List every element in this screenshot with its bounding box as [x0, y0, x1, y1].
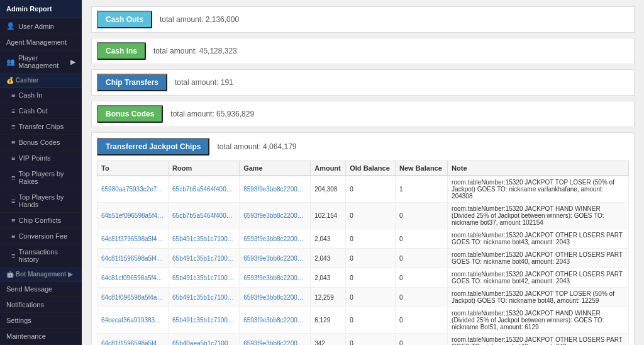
table-row: 64c81f1596598a5f4ad2053365b491c35b1c7100… [97, 249, 629, 268]
sidebar-item-transactions-history[interactable]: ≡ Transactions history [0, 244, 82, 268]
sidebar-item-notifications[interactable]: Notifications [0, 297, 82, 313]
col-game: Game [240, 161, 311, 176]
sidebar-item-cash-out[interactable]: ≡ Cash Out [0, 103, 82, 119]
cell-to: 64c81cf096598a5f4ad202bb [97, 268, 169, 288]
sidebar-item-agent-management[interactable]: Agent Management [0, 35, 82, 50]
cell-old_balance: 0 [346, 307, 396, 334]
table-row: 64b51ef096598a5f4ad2056365cb7b5a5464f400… [97, 203, 629, 229]
cell-to: 64c81f1596598a5f4ad20533 [97, 249, 169, 268]
sidebar-item-settings[interactable]: Settings [0, 313, 82, 329]
bonus-codes-amount: total amount: 65,936,829 [170, 110, 254, 118]
cell-new_balance: 0 [395, 268, 447, 288]
cell-new_balance: 0 [395, 307, 447, 334]
jackpot-chips-button[interactable]: Transferred Jackpot Chips [97, 138, 209, 156]
sidebar: Admin Report 👤 User Admin Agent Manageme… [0, 0, 82, 345]
table-row: 64c81f1596598a5f4ad2053365b40aea5b1c7100… [97, 334, 629, 346]
list-icon9: ≡ [11, 232, 15, 240]
cell-to: 64b51ef096598a5f4ad20563 [97, 203, 169, 229]
chip-transfers-section: Chip Transfers total amount: 191 [91, 69, 635, 96]
sidebar-item-transfer-chips[interactable]: ≡ Transfer Chips [0, 119, 82, 135]
cash-ins-section: Cash Ins total amount: 45,128,323 [91, 38, 635, 64]
cell-note: room.tableNumber:15320 JACKPOT HAND WINN… [448, 203, 629, 229]
table-row: 64c81f096598a5f4ad205b265b491c35b1c71001… [97, 288, 629, 307]
cell-new_balance: 0 [395, 334, 447, 346]
cell-room: 65b491c35b1c7100138a6d40 [169, 288, 240, 307]
list-icon4: ≡ [11, 139, 15, 146]
cashier-icon: 💰 [6, 77, 14, 84]
cell-room: 65b491c35b1c7100138a6d40 [169, 268, 240, 288]
jackpot-table: To Room Game Amount Old Balance New Bala… [97, 161, 629, 345]
main-content: Cash Outs total amount: 2,136,000 Cash I… [82, 0, 644, 345]
bot-icon: 🤖 [6, 271, 14, 278]
cell-note: room.tableNumber:15320 JACKPOT HAND WINN… [448, 307, 629, 334]
cell-room: 65cb7b5a5464f40013965d5 [169, 176, 240, 203]
cell-amount: 12,259 [311, 288, 346, 307]
col-room: Room [169, 161, 240, 176]
cell-amount: 342 [311, 334, 346, 346]
cell-old_balance: 0 [346, 334, 396, 346]
list-icon3: ≡ [11, 123, 15, 130]
cell-amount: 2,043 [311, 229, 346, 249]
col-new-balance: New Balance [395, 161, 447, 176]
sidebar-item-send-message[interactable]: Send Message [0, 281, 82, 297]
chip-transfers-button[interactable]: Chip Transfers [97, 74, 167, 91]
cell-room: 65b40aea5b1c71001365d346 [169, 334, 240, 346]
cell-game: 6593f9e3bb8c2200133fb02e [240, 268, 311, 288]
sidebar-item-top-players-hands[interactable]: ≡ Top Players by Hands [0, 189, 82, 213]
cell-old_balance: 0 [346, 288, 396, 307]
cell-old_balance: 0 [346, 229, 396, 249]
cash-outs-amount: total amount: 2,136,000 [160, 15, 239, 24]
cell-amount: 6,129 [311, 307, 346, 334]
sidebar-item-top-players-rakes[interactable]: ≡ Top Players by Rakes [0, 166, 82, 189]
cell-room: 65b491c35b1c7100138a6d40 [169, 229, 240, 249]
cell-new_balance: 0 [395, 288, 447, 307]
sidebar-item-cash-in[interactable]: ≡ Cash In [0, 88, 82, 103]
sidebar-header: Admin Report [0, 0, 82, 18]
sidebar-item-bonus-codes[interactable]: ≡ Bonus Codes [0, 135, 82, 150]
sidebar-section-cashier: 💰 Cashier [0, 74, 82, 88]
jackpot-chips-section: Transferred Jackpot Chips total amount: … [91, 132, 635, 345]
cell-amount: 204,308 [311, 176, 346, 203]
table-row: 64c81f3796598a5f4ad2056365b491c35b1c7100… [97, 229, 629, 249]
sidebar-item-chip-conflicts[interactable]: ≡ Chip Conflicts [0, 213, 82, 229]
cell-amount: 2,043 [311, 249, 346, 268]
table-row: 64cecaf36a919383d87ad33b65b491c35b1c7100… [97, 307, 629, 334]
cell-new_balance: 0 [395, 203, 447, 229]
cell-note: room.tableNumber:15320 JACKPOT OTHER LOS… [448, 334, 629, 346]
list-icon8: ≡ [11, 217, 15, 224]
cell-game: 6593f9e3bb8c2200133fb02e [240, 334, 311, 346]
list-icon7: ≡ [11, 197, 15, 205]
cell-old_balance: 0 [346, 268, 396, 288]
bonus-codes-button[interactable]: Bonus Codes [97, 105, 163, 123]
cell-to: 64cecaf36a919383d87ad33b [97, 307, 169, 334]
sidebar-item-user-admin[interactable]: 👤 User Admin [0, 18, 82, 35]
table-row: 65980aa75933c2e77ec660bc65cb7b5a5464f400… [97, 176, 629, 203]
cell-note: room.tableNumber:15320 JACKPOT OTHER LOS… [448, 249, 629, 268]
cash-ins-amount: total amount: 45,128,323 [153, 47, 237, 55]
list-icon10: ≡ [11, 252, 15, 259]
sidebar-item-player-management[interactable]: 👥 Player Management ▶ [0, 50, 82, 74]
cell-note: room.tableNumber:15320 JACKPOT TOP LOSER… [448, 176, 629, 203]
cell-game: 6593f9e3bb8c2200133fb02e [240, 288, 311, 307]
cell-note: room.tableNumber:15320 JACKPOT OTHER LOS… [448, 229, 629, 249]
cell-to: 64c81f3796598a5f4ad20563 [97, 229, 169, 249]
jackpot-header: Transferred Jackpot Chips total amount: … [97, 138, 629, 156]
col-old-balance: Old Balance [346, 161, 396, 176]
jackpot-chips-amount: total amount: 4,064,179 [217, 142, 296, 151]
cash-outs-button[interactable]: Cash Outs [97, 11, 152, 28]
cell-to: 64c81f096598a5f4ad205b2 [97, 288, 169, 307]
user-icon: 👤 [6, 22, 15, 30]
cell-game: 6593f9e3bb8c2200133fb02e [240, 307, 311, 334]
sidebar-item-conversion-fee[interactable]: ≡ Conversion Fee [0, 229, 82, 244]
list-icon6: ≡ [11, 174, 15, 181]
chip-transfers-amount: total amount: 191 [175, 78, 233, 87]
chevron-right-icon2: ▶ [68, 271, 73, 278]
list-icon5: ≡ [11, 154, 15, 162]
cash-ins-button[interactable]: Cash Ins [97, 42, 146, 60]
col-to: To [97, 161, 169, 176]
sidebar-item-vip-points[interactable]: ≡ VIP Points [0, 150, 82, 166]
sidebar-item-maintenance[interactable]: Maintenance [0, 329, 82, 344]
cell-game: 6593f9e3bb8c2200133fb02e [240, 229, 311, 249]
cell-old_balance: 0 [346, 176, 396, 203]
col-amount: Amount [311, 161, 346, 176]
